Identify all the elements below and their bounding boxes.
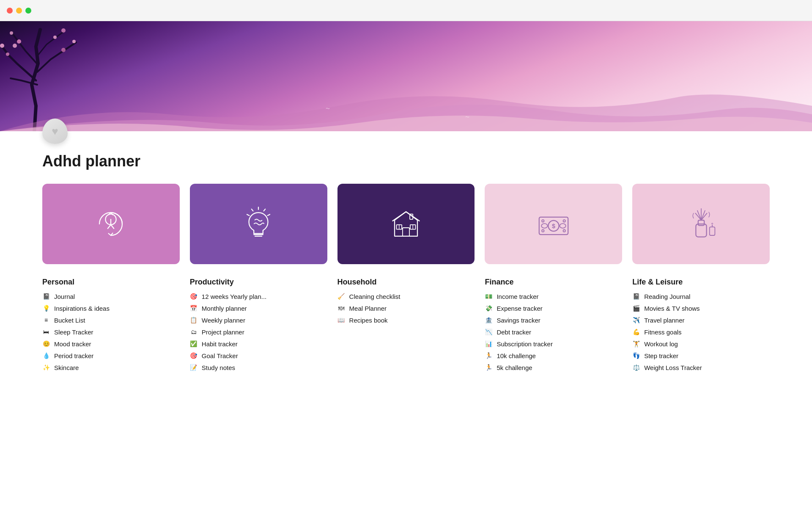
finance-icon: $ [535, 205, 573, 243]
reading-icon: 📓 [632, 293, 640, 300]
svg-point-1 [6, 52, 9, 56]
banner: 🕊 〜 〜 [0, 21, 812, 131]
column-personal-title: Personal [42, 278, 180, 287]
mood-icon: 😊 [42, 340, 50, 348]
item-label: Meal Planner [349, 305, 387, 312]
list-item[interactable]: 💡 Inspirations & ideas [42, 304, 180, 312]
leisure-icon [682, 205, 720, 243]
column-personal-items: 📓 Journal 💡 Inspirations & ideas ≡ Bucke… [42, 293, 180, 371]
bucket-icon: ≡ [42, 316, 50, 324]
list-item[interactable]: 🏃 10k challenge [485, 352, 622, 359]
personal-icon [92, 205, 130, 243]
study-icon: 📝 [190, 364, 198, 371]
sleep-icon: 🛏 [42, 328, 50, 336]
list-item[interactable]: ✨ Skincare [42, 364, 180, 371]
svg-point-29 [542, 220, 544, 222]
meal-icon: 🍽 [337, 304, 345, 312]
list-item[interactable]: ✈️ Travel planner [632, 316, 770, 324]
productivity-icon [239, 205, 277, 243]
column-finance-items: 💵 Income tracker 💸 Expense tracker 🏦 Sav… [485, 293, 622, 371]
subscription-icon: 📊 [485, 340, 492, 348]
item-label: Weekly planner [202, 317, 245, 324]
list-item[interactable]: 💧 Period tracker [42, 352, 180, 359]
list-item[interactable]: 📉 Debt tracker [485, 328, 622, 336]
svg-line-16 [252, 209, 253, 211]
item-label: 10k challenge [497, 352, 536, 359]
journal-icon: 📓 [42, 293, 50, 300]
list-item[interactable]: 🎯 Goal Tracker [190, 352, 327, 359]
svg-point-28 [560, 224, 565, 228]
item-label: Project planner [202, 329, 244, 336]
svg-line-38 [695, 213, 701, 220]
item-label: Savings tracker [497, 317, 540, 324]
list-item[interactable]: 🛏 Sleep Tracker [42, 328, 180, 336]
item-label: Recipes book [349, 317, 388, 324]
svg-rect-40 [709, 227, 715, 235]
movies-icon: 🎬 [632, 304, 640, 312]
list-item[interactable]: 📊 Subscription tracker [485, 340, 622, 348]
list-item[interactable]: 🍽 Meal Planner [337, 304, 475, 312]
list-item[interactable]: 💸 Expense tracker [485, 304, 622, 312]
item-label: 5k challenge [497, 364, 532, 371]
list-item[interactable]: 📝 Study notes [190, 364, 327, 371]
column-personal: Personal 📓 Journal 💡 Inspirations & idea… [42, 278, 180, 371]
list-item[interactable]: 📅 Monthly planner [190, 304, 327, 312]
list-item[interactable]: 💵 Income tracker [485, 293, 622, 300]
list-item[interactable]: 👣 Step tracker [632, 352, 770, 359]
heart-container [0, 119, 812, 144]
item-label: Income tracker [497, 293, 538, 300]
list-item[interactable]: ⚖️ Weight Loss Tracker [632, 364, 770, 371]
item-label: Monthly planner [202, 305, 247, 312]
list-item[interactable]: 📖 Recipes book [337, 316, 475, 324]
list-item[interactable]: 🎯 12 weeks Yearly plan... [190, 293, 327, 300]
item-label: Travel planner [644, 317, 684, 324]
card-productivity[interactable] [190, 184, 327, 264]
item-label: Sleep Tracker [54, 329, 93, 336]
list-item[interactable]: 🗂 Project planner [190, 328, 327, 336]
card-leisure[interactable] [632, 184, 770, 264]
household-icon [387, 205, 425, 243]
list-item[interactable]: 📋 Weekly planner [190, 316, 327, 324]
list-item[interactable]: 🏃 5k challenge [485, 364, 622, 371]
list-item[interactable]: ✅ Habit tracker [190, 340, 327, 348]
card-personal[interactable] [42, 184, 180, 264]
item-label: 12 weeks Yearly plan... [202, 293, 266, 300]
column-productivity: Productivity 🎯 12 weeks Yearly plan... 📅… [190, 278, 327, 371]
habit-icon: ✅ [190, 340, 198, 348]
goal-icon: 🎯 [190, 352, 198, 359]
column-leisure: Life & Leisure 📓 Reading Journal 🎬 Movie… [632, 278, 770, 371]
close-button[interactable] [7, 8, 13, 14]
list-item[interactable]: 🏋️ Workout log [632, 340, 770, 348]
item-label: Workout log [644, 340, 678, 348]
column-productivity-title: Productivity [190, 278, 327, 287]
item-label: Fitness goals [644, 329, 681, 336]
list-item[interactable]: 😊 Mood tracker [42, 340, 180, 348]
svg-rect-18 [403, 228, 409, 236]
column-household-title: Household [337, 278, 475, 287]
list-item[interactable]: 📓 Reading Journal [632, 293, 770, 300]
list-item[interactable]: 📓 Journal [42, 293, 180, 300]
card-finance[interactable]: $ [485, 184, 622, 264]
column-productivity-items: 🎯 12 weeks Yearly plan... 📅 Monthly plan… [190, 293, 327, 371]
svg-point-4 [72, 40, 76, 43]
step-icon: 👣 [632, 352, 640, 359]
list-item[interactable]: 💪 Fitness goals [632, 328, 770, 336]
minimize-button[interactable] [16, 8, 22, 14]
list-item[interactable]: 🎬 Movies & TV shows [632, 304, 770, 312]
heart-icon [42, 119, 68, 144]
svg-line-35 [697, 211, 701, 221]
card-household[interactable] [337, 184, 475, 264]
column-finance: Finance 💵 Income tracker 💸 Expense track… [485, 278, 622, 371]
list-item[interactable]: 🧹 Cleaning checklist [337, 293, 475, 300]
list-item[interactable]: ≡ Bucket List [42, 316, 180, 324]
columns-grid: Personal 📓 Journal 💡 Inspirations & idea… [42, 278, 770, 371]
item-label: Skincare [54, 364, 79, 371]
monthly-icon: 📅 [190, 304, 198, 312]
svg-point-30 [563, 220, 565, 222]
svg-line-14 [264, 209, 266, 211]
list-item[interactable]: 🏦 Savings tracker [485, 316, 622, 324]
page-content: Adhd planner [0, 144, 812, 397]
item-label: Reading Journal [644, 293, 690, 300]
maximize-button[interactable] [25, 8, 31, 14]
ideas-icon: 💡 [42, 304, 50, 312]
